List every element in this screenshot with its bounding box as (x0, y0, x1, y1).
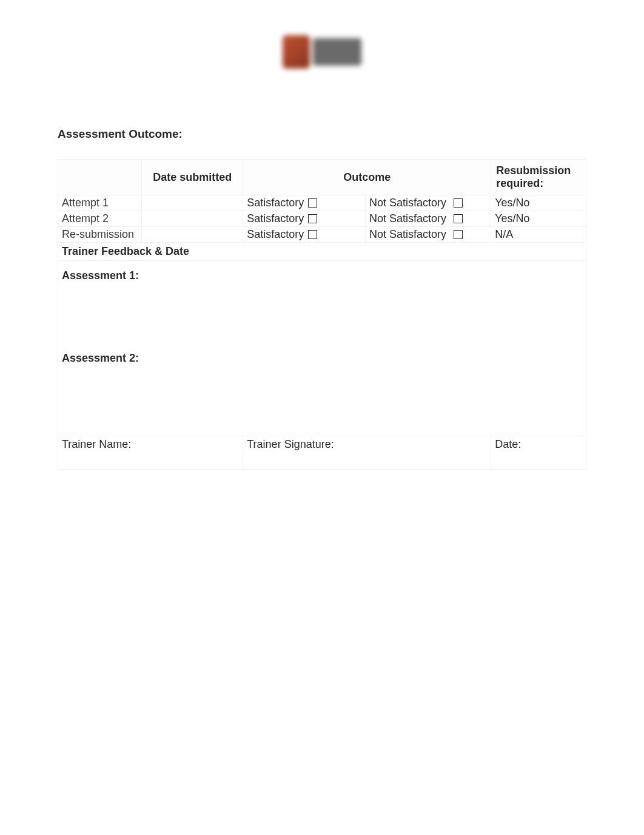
feedback-section[interactable]: Assessment 1: Assessment 2: (58, 261, 586, 436)
not-satisfactory-cell: Not Satisfactory (365, 211, 491, 227)
header-resubmission: Resubmission required: (491, 160, 586, 195)
not-satisfactory-cell: Not Satisfactory (365, 195, 491, 211)
trainer-signature-cell[interactable]: Trainer Signature: (243, 436, 491, 470)
assessment-outcome-table: Date submitted Outcome Resubmission requ… (58, 159, 586, 470)
table-row: Attempt 2 Satisfactory Not Satisfactory … (58, 211, 586, 227)
logo-mark-icon (283, 35, 310, 69)
assessment-2-label: Assessment 2: (62, 352, 582, 365)
feedback-header-row: Trainer Feedback & Date (58, 243, 586, 261)
checkbox-icon[interactable] (308, 198, 317, 208)
satisfactory-label: Satisfactory (247, 228, 304, 240)
satisfactory-label: Satisfactory (247, 197, 304, 209)
table-header-row: Date submitted Outcome Resubmission requ… (58, 160, 586, 195)
date-label: Date: (495, 438, 521, 450)
document-page: Assessment Outcome: Date submitted Outco… (0, 0, 644, 500)
trainer-name-label: Trainer Name: (62, 438, 131, 450)
attempt-label: Attempt 2 (58, 211, 142, 227)
satisfactory-label: Satisfactory (247, 212, 304, 225)
not-satisfactory-cell: Not Satisfactory (365, 227, 491, 243)
not-satisfactory-label: Not Satisfactory (369, 212, 446, 225)
date-cell[interactable]: Date: (491, 436, 586, 470)
date-submitted-cell[interactable] (142, 195, 243, 211)
trainer-signature-label: Trainer Signature: (247, 438, 334, 450)
date-submitted-cell[interactable] (142, 227, 243, 243)
feedback-body-row: Assessment 1: Assessment 2: (58, 261, 586, 436)
satisfactory-cell: Satisfactory (243, 195, 366, 211)
resubmission-cell: Yes/No (491, 195, 586, 211)
checkbox-icon[interactable] (454, 214, 463, 223)
section-title: Assessment Outcome: (58, 127, 586, 141)
feedback-header: Trainer Feedback & Date (58, 243, 586, 261)
logo-container (58, 30, 586, 73)
header-outcome: Outcome (243, 160, 491, 195)
date-submitted-cell[interactable] (142, 211, 243, 227)
logo-text-icon (313, 38, 361, 66)
header-date-submitted: Date submitted (142, 160, 243, 195)
company-logo (283, 30, 361, 73)
table-row: Attempt 1 Satisfactory Not Satisfactory … (58, 195, 586, 211)
header-attempt (58, 160, 142, 195)
not-satisfactory-label: Not Satisfactory (369, 228, 446, 240)
checkbox-icon[interactable] (308, 214, 317, 223)
not-satisfactory-label: Not Satisfactory (369, 197, 446, 209)
satisfactory-cell: Satisfactory (243, 227, 366, 243)
checkbox-icon[interactable] (454, 230, 463, 239)
resubmission-cell: N/A (491, 227, 586, 243)
trainer-name-cell[interactable]: Trainer Name: (58, 436, 243, 470)
attempt-label: Re-submission (58, 227, 142, 243)
resubmission-cell: Yes/No (491, 211, 586, 227)
table-row: Re-submission Satisfactory Not Satisfact… (58, 227, 586, 243)
checkbox-icon[interactable] (454, 198, 463, 208)
assessment-1-label: Assessment 1: (62, 269, 582, 282)
signature-row: Trainer Name: Trainer Signature: Date: (58, 436, 586, 470)
satisfactory-cell: Satisfactory (243, 211, 366, 227)
attempt-label: Attempt 1 (58, 195, 142, 211)
checkbox-icon[interactable] (308, 230, 317, 239)
